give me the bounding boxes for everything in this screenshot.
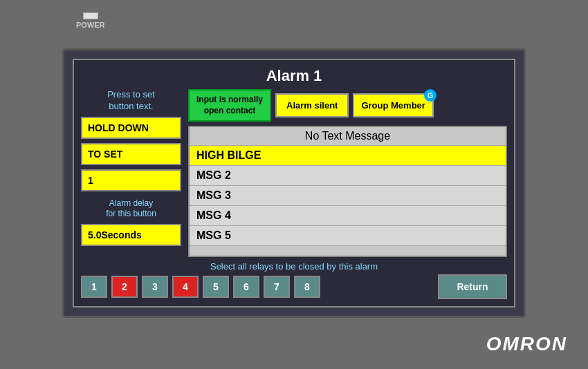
screen: Alarm 1 Press to setbutton text. HOLD DO… bbox=[62, 48, 526, 318]
msg-item-1[interactable]: HIGH BILGE bbox=[190, 146, 506, 166]
relay-row: 1 2 3 4 5 6 7 8 Return bbox=[81, 274, 507, 299]
relay-btn-2[interactable]: 2 bbox=[111, 276, 138, 298]
group-member-button[interactable]: Group Member G bbox=[353, 93, 433, 117]
value-button[interactable]: 1 bbox=[81, 169, 181, 191]
screen-inner: Alarm 1 Press to setbutton text. HOLD DO… bbox=[73, 59, 515, 308]
return-button[interactable]: Return bbox=[438, 274, 507, 299]
msg-item-2[interactable]: MSG 2 bbox=[190, 166, 506, 186]
buttons-row: Input is normallyopen contact Alarm sile… bbox=[188, 89, 507, 122]
relay-buttons: 1 2 3 4 5 6 7 8 bbox=[81, 276, 320, 298]
hold-down-button[interactable]: HOLD DOWN bbox=[81, 117, 181, 139]
group-member-badge: G bbox=[424, 89, 437, 102]
power-indicator: POWER bbox=[76, 12, 105, 29]
power-led bbox=[83, 12, 98, 19]
message-list: No Text Message HIGH BILGE MSG 2 MSG 3 M… bbox=[188, 126, 507, 257]
omron-logo: OMRON bbox=[486, 333, 567, 355]
bottom-section: Select all relays to be closed by this a… bbox=[81, 261, 507, 299]
alarm-title: Alarm 1 bbox=[81, 67, 507, 85]
input-normally-open-button[interactable]: Input is normallyopen contact bbox=[188, 89, 271, 122]
left-panel: Press to setbutton text. HOLD DOWN TO SE… bbox=[81, 89, 181, 257]
press-to-set-label: Press to setbutton text. bbox=[81, 89, 181, 113]
to-set-button[interactable]: TO SET bbox=[81, 143, 181, 165]
main-content: Press to setbutton text. HOLD DOWN TO SE… bbox=[81, 89, 507, 257]
relay-label: Select all relays to be closed by this a… bbox=[81, 261, 507, 272]
msg-header: No Text Message bbox=[190, 127, 506, 146]
alarm-delay-label: Alarm delayfor this button bbox=[81, 198, 181, 220]
right-panel: Input is normallyopen contact Alarm sile… bbox=[188, 89, 507, 257]
relay-btn-5[interactable]: 5 bbox=[203, 276, 229, 298]
relay-btn-4[interactable]: 4 bbox=[172, 276, 199, 298]
msg-item-3[interactable]: MSG 3 bbox=[190, 186, 506, 206]
relay-btn-8[interactable]: 8 bbox=[294, 276, 320, 298]
power-label: POWER bbox=[76, 21, 105, 29]
delay-value-button[interactable]: 5.0Seconds bbox=[81, 224, 181, 246]
header-row: Alarm 1 bbox=[81, 67, 507, 85]
relay-btn-1[interactable]: 1 bbox=[81, 276, 107, 298]
msg-item-4[interactable]: MSG 4 bbox=[190, 206, 506, 226]
relay-btn-7[interactable]: 7 bbox=[264, 276, 290, 298]
relay-btn-3[interactable]: 3 bbox=[142, 276, 168, 298]
relay-btn-6[interactable]: 6 bbox=[233, 276, 259, 298]
alarm-silent-button[interactable]: Alarm silent bbox=[275, 93, 349, 117]
msg-item-5[interactable]: MSG 5 bbox=[190, 226, 506, 246]
